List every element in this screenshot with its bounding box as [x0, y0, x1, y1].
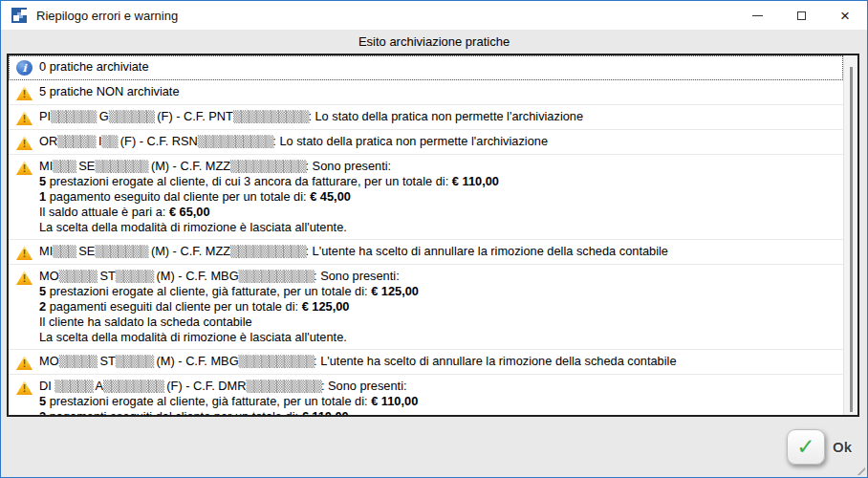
redacted-text: ▒▒▒▒▒▒▒▒▒▒ [230, 160, 305, 173]
list-item[interactable]: PI▒▒▒▒▒▒ G▒▒▒▒▒▒ (F) - C.F. PNT▒▒▒▒▒▒▒▒▒… [9, 105, 843, 130]
redacted-text: ▒▒▒▒▒▒ [109, 110, 154, 123]
list-item[interactable]: MI▒▒▒ SE▒▒▒▒▒▒▒ (M) - C.F. MZZ▒▒▒▒▒▒▒▒▒▒… [9, 240, 843, 265]
dialog-footer: Ok [1, 417, 867, 477]
warning-icon [16, 111, 33, 125]
window-controls: × [735, 1, 867, 30]
warning-icon [16, 86, 33, 100]
redacted-text: ▒▒▒▒▒▒▒▒▒▒ [198, 135, 272, 148]
redacted-text: ▒▒▒▒▒ [59, 355, 97, 368]
info-icon [16, 60, 33, 76]
item-text: MO▒▒▒▒▒ ST▒▒▒▒▒ (M) - C.F. MBG▒▒▒▒▒▒▒▒▒▒… [39, 354, 677, 370]
redacted-text: ▒▒▒▒▒▒▒▒▒▒ [239, 355, 314, 368]
vertical-scrollbar[interactable] [843, 55, 857, 415]
app-icon [11, 8, 27, 23]
minimize-button[interactable] [735, 1, 779, 30]
redacted-text: ▒▒▒▒▒ [57, 135, 95, 148]
redacted-text: ▒▒▒ [53, 245, 76, 258]
item-text: MI▒▒▒ SE▒▒▒▒▒▒▒ (M) - C.F. MZZ▒▒▒▒▒▒▒▒▒▒… [39, 244, 668, 260]
list-item[interactable]: DI ▒▒▒▒▒ A▒▒▒▒▒▒▒▒ (F) - C.F. DMR▒▒▒▒▒▒▒… [9, 375, 843, 417]
warning-icon [16, 380, 33, 395]
list-item[interactable]: 0 pratiche archiviate [9, 55, 843, 80]
item-text: 5 pratiche NON archiviate [39, 84, 180, 100]
item-text: MI▒▒▒ SE▒▒▒▒▒▒▒ (M) - C.F. MZZ▒▒▒▒▒▒▒▒▒▒… [39, 159, 499, 235]
item-text: OR▒▒▒▒▒ I▒▒ (F) - C.F. RSN▒▒▒▒▒▒▒▒▒▒: Lo… [39, 134, 548, 150]
warning-icon [16, 246, 33, 260]
redacted-text: ▒▒▒▒▒▒ [51, 110, 96, 123]
ok-button[interactable] [787, 429, 825, 465]
redacted-text: ▒▒▒▒▒ [116, 270, 153, 283]
result-listbox: 0 pratiche archiviate5 pratiche NON arch… [7, 54, 859, 417]
redacted-text: ▒▒▒▒▒▒▒▒▒▒ [230, 245, 305, 258]
scrollbar-thumb[interactable] [850, 67, 853, 412]
warning-icon [16, 161, 33, 175]
warning-icon [16, 271, 33, 285]
redacted-text: ▒▒▒▒▒ [59, 270, 97, 283]
warning-icon [16, 356, 33, 370]
item-text: MO▒▒▒▒▒ ST▒▒▒▒▒ (M) - C.F. MBG▒▒▒▒▒▒▒▒▒▒… [39, 269, 419, 345]
warning-icon [16, 136, 33, 150]
resize-grip-icon[interactable] [857, 467, 865, 475]
redacted-text: ▒▒ [102, 135, 118, 148]
list-item[interactable]: MO▒▒▒▒▒ ST▒▒▒▒▒ (M) - C.F. MBG▒▒▒▒▒▒▒▒▒▒… [9, 265, 843, 350]
dialog-subtitle: Esito archiviazione pratiche [1, 30, 867, 54]
list-item[interactable]: MI▒▒▒ SE▒▒▒▒▒▒▒ (M) - C.F. MZZ▒▒▒▒▒▒▒▒▒▒… [9, 155, 843, 240]
maximize-icon [797, 11, 806, 20]
item-text: DI ▒▒▒▒▒ A▒▒▒▒▒▒▒▒ (F) - C.F. DMR▒▒▒▒▒▒▒… [39, 379, 418, 417]
redacted-text: ▒▒▒▒▒▒▒▒▒▒ [233, 110, 308, 123]
redacted-text: ▒▒▒▒▒▒▒▒ [103, 380, 163, 393]
redacted-text: ▒▒▒▒▒ [116, 355, 153, 368]
list-item[interactable]: 5 pratiche NON archiviate [9, 80, 843, 105]
redacted-text: ▒▒▒▒▒▒▒ [95, 160, 147, 173]
check-icon [796, 436, 814, 458]
redacted-text: ▒▒▒▒▒▒▒ [95, 245, 147, 258]
redacted-text: ▒▒▒ [53, 160, 76, 173]
dialog-window: Riepilogo errori e warning × Esito archi… [0, 0, 868, 478]
window-title: Riepilogo errori e warning [36, 9, 178, 23]
redacted-text: ▒▒▒▒▒▒▒▒▒▒ [246, 380, 320, 393]
ok-button-label: Ok [833, 439, 852, 455]
item-text: 0 pratiche archiviate [39, 59, 149, 76]
list-item[interactable]: OR▒▒▒▒▒ I▒▒ (F) - C.F. RSN▒▒▒▒▒▒▒▒▒▒: Lo… [9, 130, 843, 155]
title-bar[interactable]: Riepilogo errori e warning × [1, 1, 867, 30]
minimize-icon [752, 15, 763, 16]
list-item[interactable]: MO▒▒▒▒▒ ST▒▒▒▒▒ (M) - C.F. MBG▒▒▒▒▒▒▒▒▒▒… [9, 350, 843, 375]
redacted-text: ▒▒▒▒▒▒▒▒▒▒ [239, 270, 314, 283]
result-list: 0 pratiche archiviate5 pratiche NON arch… [9, 55, 857, 417]
close-icon: × [840, 8, 850, 24]
close-button[interactable]: × [823, 1, 867, 30]
item-text: PI▒▒▒▒▒▒ G▒▒▒▒▒▒ (F) - C.F. PNT▒▒▒▒▒▒▒▒▒… [39, 109, 583, 125]
redacted-text: ▒▒▒▒▒ [54, 380, 92, 393]
maximize-button[interactable] [779, 1, 823, 30]
